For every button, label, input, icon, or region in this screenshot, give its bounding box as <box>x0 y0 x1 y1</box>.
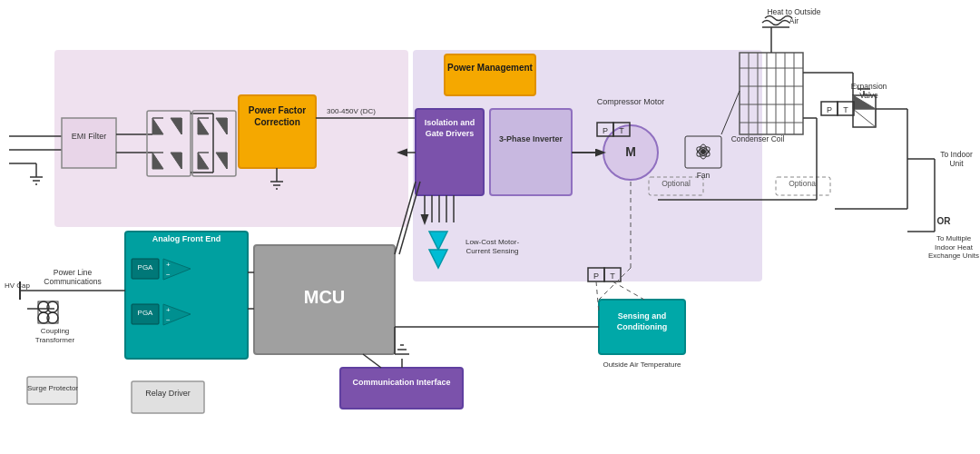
compressor-motor-label: Compressor Motor <box>594 97 667 107</box>
communication-interface-box <box>340 368 463 409</box>
relay-driver-label: Relay Driver <box>132 389 204 399</box>
svg-text:P: P <box>827 105 832 114</box>
svg-text:−: − <box>166 271 171 279</box>
three-phase-inverter-box <box>490 109 572 195</box>
emi-filter-box <box>62 118 116 168</box>
heat-outside-air-label: Heat to Outside Air <box>762 7 826 25</box>
to-indoor-unit-label: To Indoor Unit <box>933 150 980 168</box>
svg-text:T: T <box>610 271 615 281</box>
svg-text:P: P <box>603 126 608 135</box>
svg-marker-70 <box>853 109 876 127</box>
condenser-coil-label: Condenser Coil <box>721 134 794 143</box>
or-label: OR <box>930 216 957 227</box>
power-management-label: Power Management <box>445 62 535 74</box>
svg-text:T: T <box>619 126 624 135</box>
to-multiple-label: To Multiple Indoor Heat Exchange Units <box>927 234 980 261</box>
communication-interface-label: Communication Interface <box>340 378 463 388</box>
isolation-gate-label: Isolation and Gate Drivers <box>416 118 484 139</box>
sensing-conditioning-label: Sensing and Conditioning <box>599 311 685 332</box>
svg-text:−: − <box>166 316 171 324</box>
surge-protector-label: Surge Protector <box>25 384 80 393</box>
power-factor-label: Power Factor Correction <box>239 104 316 128</box>
coupling-transformer-label: Coupling Transformer <box>25 327 84 344</box>
pfc-voltage-label: 300-450V (DC) <box>319 107 383 116</box>
expansion-valve-label: Expansion Valve <box>844 82 894 100</box>
svg-text:+: + <box>166 261 171 269</box>
diagram-container: M P T P T P T <box>0 0 980 454</box>
svg-point-50 <box>701 149 706 154</box>
mcu-label: MCU <box>254 286 395 308</box>
svg-text:T: T <box>843 105 848 114</box>
three-phase-inverter-label: 3-Phase Inverter <box>490 134 572 145</box>
power-line-comm-label: Power Line Communications <box>32 268 113 286</box>
optional1-label: Optional <box>649 179 703 188</box>
pga2-label: PGA <box>132 309 159 318</box>
power-management-box <box>445 54 535 95</box>
svg-text:+: + <box>166 306 171 314</box>
svg-line-119 <box>612 281 644 300</box>
svg-text:P: P <box>593 271 599 281</box>
pga1-label: PGA <box>132 263 159 272</box>
outside-air-temp-label: Outside Air Temperature <box>599 360 685 370</box>
optional2-label: Optional <box>776 179 830 188</box>
svg-line-118 <box>596 281 599 313</box>
svg-text:M: M <box>625 144 636 159</box>
svg-line-112 <box>363 354 381 368</box>
low-cost-sensing-label: Low-Cost Motor-Current Sensing <box>454 238 531 255</box>
analog-front-end-box <box>125 232 248 359</box>
hv-cap-label: HV Cap <box>5 281 30 291</box>
emi-filter-label: EMI Filter <box>62 132 116 142</box>
analog-front-end-label: Analog Front End <box>125 234 248 244</box>
